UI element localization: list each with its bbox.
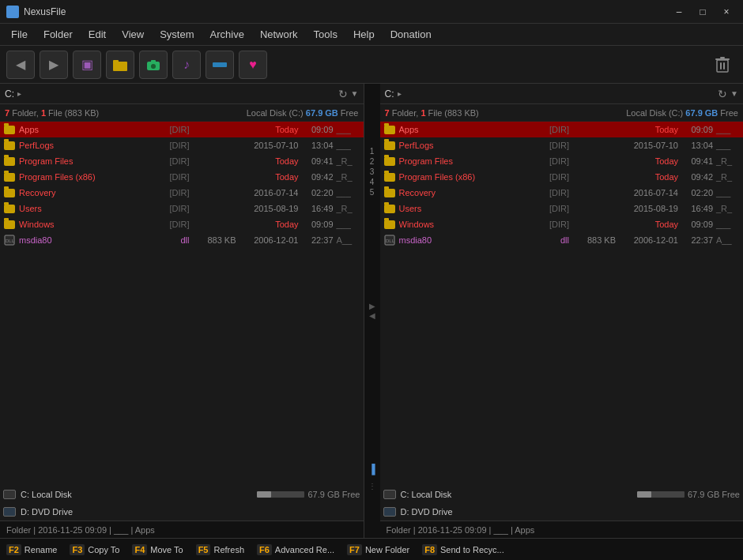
file-time: 22:37 (302, 235, 334, 245)
sync-button[interactable] (206, 51, 234, 79)
menu-item-help[interactable]: Help (345, 25, 383, 43)
left-file-list[interactable]: Apps[DIR]Today09:09___PerfLogs[DIR]2015-… (0, 122, 364, 486)
menubar: FileFolderEditViewSystemArchiveNetworkTo… (0, 24, 743, 46)
menu-item-tools[interactable]: Tools (306, 25, 345, 43)
svg-text:DLL: DLL (6, 239, 15, 243)
folder-icon (4, 126, 15, 134)
func-key-f4[interactable]: F4Move To (126, 539, 189, 560)
trash-button[interactable] (708, 51, 737, 79)
right-refresh-button[interactable]: ↻ (718, 88, 727, 100)
menu-item-system[interactable]: System (152, 25, 202, 43)
func-key-f2[interactable]: F2Rename (0, 539, 63, 560)
back-button[interactable]: ◀ (6, 51, 35, 79)
file-row[interactable]: Recovery[DIR]2016-07-1402:20___ (0, 185, 364, 201)
file-ext: [DIR] (541, 141, 569, 150)
left-path-dropdown[interactable]: ▼ (351, 89, 359, 98)
file-attrs: ___ (337, 125, 360, 134)
forward-button[interactable]: ▶ (40, 51, 68, 79)
menu-item-edit[interactable]: Edit (81, 25, 114, 43)
file-row[interactable]: PerfLogs[DIR]2015-07-1013:04___ (0, 137, 364, 153)
file-attrs: _R_ (337, 172, 360, 182)
file-row[interactable]: PerfLogs[DIR]2015-07-1013:04___ (380, 137, 744, 153)
file-row[interactable]: Apps[DIR]Today09:09___ (0, 122, 364, 137)
file-row[interactable]: Program Files[DIR]Today09:41_R_ (0, 153, 364, 169)
drive-row[interactable]: D: DVD Drive (380, 503, 744, 521)
file-row[interactable]: Windows[DIR]Today09:09___ (380, 216, 744, 232)
drive-row[interactable]: C: Local Disk67.9 GB Free (380, 486, 744, 503)
file-attrs: A__ (716, 235, 740, 245)
menu-item-network[interactable]: Network (252, 25, 306, 43)
file-row[interactable]: DLLmsdia80dll883 KB2006-12-0122:37A__ (0, 232, 364, 248)
file-ext: [DIR] (541, 125, 569, 134)
file-ext: [DIR] (162, 125, 190, 134)
file-row[interactable]: Windows[DIR]Today09:09___ (0, 216, 364, 232)
dvd-icon (3, 507, 16, 517)
file-row[interactable]: Program Files (x86)[DIR]Today09:42_R_ (0, 169, 364, 185)
file-date: Today (239, 125, 299, 134)
favorite-button[interactable]: ♥ (239, 51, 267, 79)
camera-button[interactable] (139, 51, 168, 79)
file-time: 09:41 (681, 156, 713, 166)
stats-icon: ▐ (368, 464, 375, 475)
func-key-f5[interactable]: F5Refresh (190, 539, 251, 560)
menu-item-donation[interactable]: Donation (383, 25, 439, 43)
file-name: Apps (399, 125, 542, 134)
minimize-button[interactable]: – (669, 4, 689, 20)
file-name: Program Files (x86) (399, 172, 542, 182)
func-key-f3[interactable]: F3Copy To (63, 539, 126, 560)
folder-icon (384, 157, 395, 166)
drive-usage-bar (257, 491, 304, 498)
menu-item-view[interactable]: View (114, 25, 152, 43)
drive-bar-fill (637, 491, 651, 498)
drive-label: D: DVD Drive (21, 507, 360, 517)
file-row[interactable]: Users[DIR]2015-08-1916:49_R_ (380, 201, 744, 216)
titlebar: NexusFile – □ × (0, 0, 743, 24)
close-button[interactable]: × (716, 4, 737, 20)
divider-left-arrow[interactable]: ◀ (369, 312, 375, 320)
left-path-bar: C: ▸ ↻ ▼ (0, 84, 364, 104)
drive-row[interactable]: C: Local Disk67.9 GB Free (0, 486, 364, 503)
maximize-button[interactable]: □ (692, 4, 713, 20)
left-status-text: Folder | 2016-11-25 09:09 | ___ | Apps (6, 525, 155, 535)
file-attrs: _R_ (337, 204, 360, 213)
app-icon (6, 6, 19, 18)
fkey-number: F7 (347, 544, 362, 555)
music-button[interactable]: ♪ (172, 51, 201, 79)
view-button[interactable]: ▣ (73, 51, 101, 79)
file-date: 2015-07-10 (239, 141, 299, 150)
right-path-dropdown[interactable]: ▼ (730, 89, 738, 98)
menu-item-file[interactable]: File (3, 25, 36, 43)
file-row[interactable]: Recovery[DIR]2016-07-1402:20___ (380, 185, 744, 201)
svg-rect-6 (717, 60, 728, 72)
file-row[interactable]: Users[DIR]2015-08-1916:49_R_ (0, 201, 364, 216)
file-ext: dll (541, 235, 569, 245)
func-key-f7[interactable]: F7New Folder (341, 539, 416, 560)
file-time: 22:37 (681, 235, 713, 245)
menu-item-archive[interactable]: Archive (202, 25, 252, 43)
fkey-number: F8 (422, 544, 437, 555)
drive-free-space: 67.9 GB Free (307, 490, 360, 499)
file-attrs: _R_ (337, 156, 360, 166)
drive-row[interactable]: D: DVD Drive (0, 503, 364, 521)
folder-button[interactable] (106, 51, 134, 79)
drive-free-space: 67.9 GB Free (688, 490, 740, 499)
file-row[interactable]: Program Files (x86)[DIR]Today09:42_R_ (380, 169, 744, 185)
divider-right-arrow[interactable]: ▶ (369, 303, 375, 310)
func-key-f6[interactable]: F6Advanced Re... (251, 539, 341, 560)
toolbar: ◀ ▶ ▣ ♪ ♥ (0, 46, 743, 84)
file-ext: [DIR] (162, 156, 190, 166)
file-row[interactable]: Program Files[DIR]Today09:41_R_ (380, 153, 744, 169)
func-key-f8[interactable]: F8Send to Recyc... (416, 539, 511, 560)
svg-rect-9 (715, 58, 730, 60)
right-file-list[interactable]: Apps[DIR]Today09:09___PerfLogs[DIR]2015-… (380, 122, 744, 486)
left-refresh-button[interactable]: ↻ (338, 88, 348, 100)
folder-icon (4, 220, 15, 229)
file-row[interactable]: Apps[DIR]Today09:09___ (380, 122, 744, 137)
menu-item-folder[interactable]: Folder (36, 25, 81, 43)
file-row[interactable]: DLLmsdia80dll883 KB2006-12-0122:37A__ (380, 232, 744, 248)
panel-divider: 1 2 3 4 5 ▶ ◀ ▐ ⋮ (364, 84, 380, 538)
file-time: 13:04 (681, 141, 713, 150)
file-name: Windows (19, 220, 162, 229)
file-name: Users (399, 204, 542, 213)
file-name: msdia80 (19, 235, 162, 245)
